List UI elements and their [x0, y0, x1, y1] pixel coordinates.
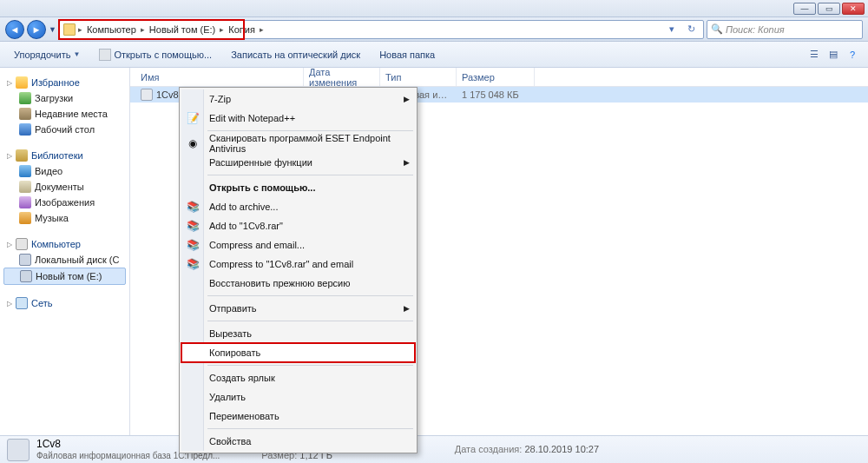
context-item-label: Расширенные функции: [209, 157, 312, 168]
context-item[interactable]: 📚Add to "1Cv8.rar": [181, 216, 415, 235]
forward-button[interactable]: ►: [27, 20, 46, 39]
context-item[interactable]: Восстановить прежнюю версию: [181, 274, 415, 293]
new-folder-button[interactable]: Новая папка: [372, 47, 442, 63]
main-content: ▷Избранное Загрузки Недавние места Рабоч…: [0, 68, 868, 435]
context-item[interactable]: 📚Compress to "1Cv8.rar" and email: [181, 255, 415, 274]
context-item[interactable]: Расширенные функции▶: [181, 153, 415, 172]
refresh-icon[interactable]: ↻: [682, 23, 700, 35]
column-name[interactable]: Имя: [135, 68, 304, 86]
downloads-icon: [19, 92, 31, 104]
computer-icon: [16, 238, 28, 250]
address-bar-row: ◄ ► ▼ ▸ Компьютер ▸ Новый том (E:) ▸ Коп…: [0, 17, 868, 42]
column-date[interactable]: Дата изменения: [304, 68, 380, 86]
context-item-label: Compress and email...: [209, 240, 305, 250]
context-item-label: Открыть с помощью...: [209, 182, 315, 193]
context-item-label: Edit with Notepad++: [209, 113, 295, 123]
context-item[interactable]: Отправить▶: [181, 299, 415, 318]
context-item-label: Add to archive...: [209, 202, 279, 212]
context-item-label: Сканировать программой ESET Endpoint Ant…: [209, 133, 399, 154]
drive-icon: [19, 254, 31, 266]
window-titlebar: — ▭ ✕: [0, 0, 868, 17]
address-dropdown-icon[interactable]: ▾: [663, 23, 681, 35]
sidebar-item-downloads[interactable]: Загрузки: [3, 90, 126, 106]
context-item[interactable]: 📝Edit with Notepad++: [181, 109, 415, 128]
breadcrumb-computer[interactable]: Компьютер: [85, 23, 138, 36]
breadcrumb-separator-icon[interactable]: ▸: [259, 25, 265, 34]
star-icon: [16, 76, 28, 89]
context-separator: [207, 175, 413, 175]
sidebar-item-pictures[interactable]: Изображения: [3, 195, 126, 210]
maximize-button[interactable]: ▭: [818, 3, 840, 15]
view-options-icon[interactable]: ☰: [806, 46, 823, 63]
column-type[interactable]: Тип: [380, 68, 457, 86]
context-menu: 7-Zip▶📝Edit with Notepad++◉Сканировать п…: [179, 87, 418, 453]
context-item[interactable]: Свойства: [181, 432, 415, 451]
sidebar-item-drive-e[interactable]: Новый том (E:): [3, 268, 126, 285]
context-item-label: Копировать: [209, 347, 260, 358]
context-separator: [207, 428, 413, 429]
sidebar-libraries[interactable]: ▷Библиотеки: [3, 148, 126, 163]
help-icon[interactable]: ?: [844, 46, 861, 63]
context-item-label: Вырезать: [209, 328, 252, 339]
context-item[interactable]: Открыть с помощью...: [181, 178, 415, 197]
sidebar-item-music[interactable]: Музыка: [3, 210, 126, 226]
column-headers: Имя Дата изменения Тип Размер: [130, 68, 868, 87]
sidebar-item-desktop[interactable]: Рабочий стол: [3, 122, 126, 137]
context-item[interactable]: Создать ярлык: [181, 368, 415, 387]
navigation-sidebar: ▷Избранное Загрузки Недавние места Рабоч…: [0, 68, 130, 435]
context-item[interactable]: Удалить: [181, 387, 415, 407]
context-item[interactable]: Копировать: [181, 343, 415, 362]
minimize-button[interactable]: —: [793, 3, 816, 15]
breadcrumb-separator-icon[interactable]: ▸: [77, 25, 83, 34]
search-icon: 🔍: [711, 23, 723, 36]
context-item-icon: 📚: [186, 200, 200, 214]
breadcrumb-separator-icon[interactable]: ▸: [219, 25, 225, 34]
context-item-label: 7-Zip: [209, 94, 231, 104]
documents-icon: [19, 181, 31, 193]
toolbar: Упорядочить▼ Открыть с помощью... Записа…: [0, 42, 868, 68]
network-icon: [16, 297, 28, 309]
column-size[interactable]: Размер: [457, 68, 535, 86]
sidebar-favorites[interactable]: ▷Избранное: [3, 75, 126, 90]
context-item[interactable]: Вырезать: [181, 324, 415, 343]
context-item[interactable]: ◉Сканировать программой ESET Endpoint An…: [181, 134, 415, 153]
file-icon: [141, 89, 153, 101]
sidebar-item-recent[interactable]: Недавние места: [3, 106, 126, 122]
breadcrumb-drive[interactable]: Новый том (E:): [148, 23, 217, 36]
burn-button[interactable]: Записать на оптический диск: [224, 47, 367, 63]
app-icon: [99, 49, 111, 61]
sidebar-network[interactable]: ▷Сеть: [3, 295, 126, 311]
open-with-button[interactable]: Открыть с помощью...: [92, 46, 219, 63]
submenu-arrow-icon: ▶: [404, 158, 410, 167]
context-item-icon: 📚: [186, 238, 200, 252]
context-item-icon: 📚: [186, 219, 200, 233]
preview-pane-icon[interactable]: ▤: [825, 46, 842, 63]
sidebar-computer[interactable]: ▷Компьютер: [3, 236, 126, 252]
pictures-icon: [19, 196, 31, 208]
sidebar-item-documents[interactable]: Документы: [3, 179, 126, 195]
back-button[interactable]: ◄: [5, 20, 24, 39]
breadcrumb-separator-icon[interactable]: ▸: [140, 25, 146, 34]
context-item-icon: 📚: [186, 257, 200, 271]
context-item[interactable]: 📚Add to archive...: [181, 197, 415, 216]
desktop-icon: [19, 123, 31, 136]
breadcrumb-folder[interactable]: Копия: [227, 23, 257, 36]
close-button[interactable]: ✕: [842, 3, 865, 15]
context-item-label: Восстановить прежнюю версию: [209, 278, 350, 288]
context-item-label: Переименовать: [209, 411, 279, 421]
organize-menu[interactable]: Упорядочить▼: [7, 47, 87, 63]
context-item-icon: ◉: [186, 136, 200, 150]
context-item[interactable]: 📚Compress and email...: [181, 235, 415, 255]
context-item-label: Удалить: [209, 392, 246, 402]
sidebar-item-drive-c[interactable]: Локальный диск (C: [3, 252, 126, 268]
context-separator: [207, 365, 413, 366]
sidebar-item-video[interactable]: Видео: [3, 163, 126, 179]
context-separator: [207, 130, 413, 131]
search-input[interactable]: 🔍 Поиск: Копия: [707, 20, 863, 39]
address-bar[interactable]: ▸ Компьютер ▸ Новый том (E:) ▸ Копия ▸ ▾…: [59, 20, 704, 39]
history-dropdown-icon[interactable]: ▼: [49, 25, 56, 34]
context-separator: [207, 321, 413, 321]
context-item-label: Свойства: [209, 436, 251, 446]
context-item[interactable]: 7-Zip▶: [181, 89, 415, 109]
context-item[interactable]: Переименовать: [181, 407, 415, 426]
